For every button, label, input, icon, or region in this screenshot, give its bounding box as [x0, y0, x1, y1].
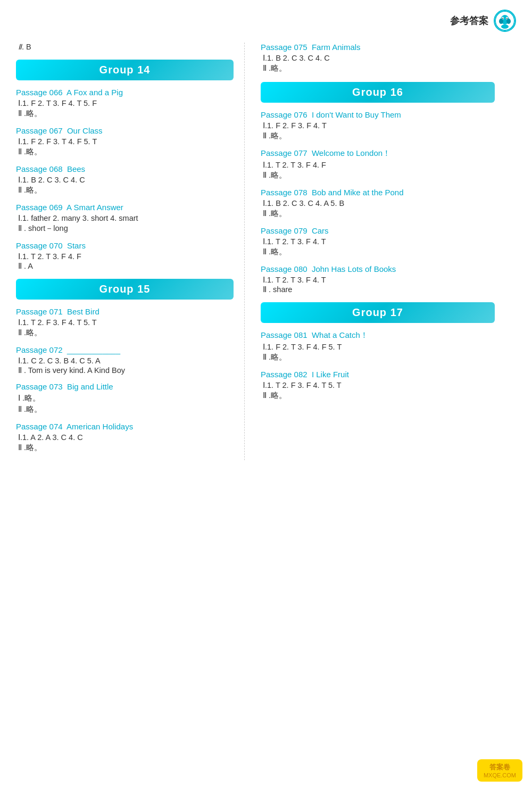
- passage-082-block: Passage 082 I Like Fruit Ⅰ.1. T 2. F 3. …: [261, 370, 495, 401]
- passage-068-title: Passage 068 Bees: [16, 164, 234, 173]
- passage-078-answer-2: Ⅱ .略。: [261, 209, 495, 219]
- passage-067-block: Passage 067 Our Class Ⅰ.1. F 2. F 3. T 4…: [16, 126, 234, 157]
- passage-073-block: Passage 073 Big and Little Ⅰ .略。 Ⅱ .略。: [16, 382, 234, 414]
- passage-079-answer-1: Ⅰ.1. T 2. T 3. F 4. T: [261, 237, 495, 246]
- passage-069-block: Passage 069 A Smart Answer Ⅰ.1. father 2…: [16, 203, 234, 234]
- watermark: 答案卷 MXQE.COM: [477, 759, 522, 782]
- passage-081-answer-2: Ⅱ .略。: [261, 352, 495, 362]
- passage-069-answer-1: Ⅰ.1. father 2. many 3. short 4. smart: [16, 214, 234, 222]
- header-title: 参考答案: [450, 14, 488, 27]
- passage-082-answer-1: Ⅰ.1. T 2. F 3. F 4. T 5. T: [261, 381, 495, 389]
- watermark-line2: MXQE.COM: [484, 772, 516, 778]
- svg-point-8: [506, 19, 511, 24]
- passage-071-block: Passage 071 Best Bird Ⅰ.1. T 2. F 3. F 4…: [16, 307, 234, 338]
- passage-072-answer-1: Ⅰ.1. C 2. C 3. B 4. C 5. A: [16, 356, 234, 365]
- passage-080-block: Passage 080 John Has Lots of Books Ⅰ.1. …: [261, 264, 495, 294]
- passage-081-title: Passage 081 What a Catch！: [261, 330, 495, 341]
- intro-answer: Ⅱ. B: [16, 43, 234, 51]
- svg-point-5: [506, 18, 508, 19]
- svg-point-7: [499, 19, 503, 24]
- passage-069-answer-2: Ⅱ . short－long: [16, 223, 234, 234]
- passage-070-answer-1: Ⅰ.1. T 2. T 3. F 4. F: [16, 252, 234, 261]
- passage-076-block: Passage 076 I don't Want to Buy Them Ⅰ.1…: [261, 110, 495, 141]
- passage-076-answer-2: Ⅱ .略。: [261, 131, 495, 141]
- passage-080-answer-2: Ⅱ . share: [261, 285, 495, 294]
- passage-075-title: Passage 075 Farm Animals: [261, 43, 495, 52]
- passage-070-answer-2: Ⅱ . A: [16, 262, 234, 270]
- watermark-line1: 答案卷: [484, 762, 516, 772]
- passage-078-title: Passage 078 Bob and Mike at the Pond: [261, 188, 495, 197]
- passage-068-answer-2: Ⅱ .略。: [16, 185, 234, 195]
- passage-074-title: Passage 074 American Holidays: [16, 422, 234, 431]
- passage-080-title: Passage 080 John Has Lots of Books: [261, 264, 495, 273]
- group-14-header: Group 14: [16, 60, 234, 80]
- passage-068-answer-1: Ⅰ.1. B 2. C 3. C 4. C: [16, 176, 234, 184]
- passage-082-title: Passage 082 I Like Fruit: [261, 370, 495, 379]
- passage-067-answer-1: Ⅰ.1. F 2. F 3. T 4. F 5. T: [16, 137, 234, 146]
- group-16-header: Group 16: [261, 82, 495, 103]
- page-header: 参考答案: [0, 0, 532, 37]
- passage-077-answer-1: Ⅰ.1. T 2. T 3. F 4. F: [261, 161, 495, 169]
- passage-068-block: Passage 068 Bees Ⅰ.1. B 2. C 3. C 4. C Ⅱ…: [16, 164, 234, 195]
- passage-076-title: Passage 076 I don't Want to Buy Them: [261, 110, 495, 119]
- passage-067-answer-2: Ⅱ .略。: [16, 147, 234, 157]
- passage-070-title: Passage 070 Stars: [16, 241, 234, 250]
- passage-078-block: Passage 078 Bob and Mike at the Pond Ⅰ.1…: [261, 188, 495, 219]
- passage-072-answer-2: Ⅱ . Tom is very kind. A Kind Boy: [16, 366, 234, 375]
- passage-077-block: Passage 077 Welcome to London！ Ⅰ.1. T 2.…: [261, 148, 495, 180]
- passage-074-answer-1: Ⅰ.1. A 2. A 3. C 4. C: [16, 433, 234, 442]
- passage-069-title: Passage 069 A Smart Answer: [16, 203, 234, 212]
- passage-071-title: Passage 071 Best Bird: [16, 307, 234, 316]
- passage-066-answer-1: Ⅰ.1. F 2. T 3. F 4. T 5. F: [16, 99, 234, 107]
- passage-071-answer-2: Ⅱ .略。: [16, 328, 234, 338]
- passage-075-block: Passage 075 Farm Animals Ⅰ.1. B 2. C 3. …: [261, 43, 495, 73]
- passage-067-title: Passage 067 Our Class: [16, 126, 234, 135]
- content-area: Ⅱ. B Group 14 Passage 066 A Fox and a Pi…: [0, 37, 532, 471]
- passage-079-title: Passage 079 Cars: [261, 226, 495, 235]
- passage-070-block: Passage 070 Stars Ⅰ.1. T 2. T 3. F 4. F …: [16, 241, 234, 270]
- left-column: Ⅱ. B Group 14 Passage 066 A Fox and a Pi…: [16, 43, 245, 460]
- intro-section: Ⅱ. B: [16, 43, 234, 51]
- passage-077-answer-2: Ⅱ .略。: [261, 170, 495, 180]
- passage-072-block: Passage 072 ____________ Ⅰ.1. C 2. C 3. …: [16, 345, 234, 375]
- passage-082-answer-2: Ⅱ .略。: [261, 391, 495, 401]
- header-icon: [494, 10, 516, 32]
- passage-072-title: Passage 072 ____________: [16, 345, 234, 354]
- passage-066-answer-2: Ⅱ .略。: [16, 109, 234, 119]
- passage-078-answer-1: Ⅰ.1. B 2. C 3. C 4. A 5. B: [261, 199, 495, 208]
- svg-point-4: [502, 18, 503, 19]
- right-column: Passage 075 Farm Animals Ⅰ.1. B 2. C 3. …: [245, 43, 495, 460]
- group-17-header: Group 17: [261, 302, 495, 323]
- passage-081-block: Passage 081 What a Catch！ Ⅰ.1. F 2. T 3.…: [261, 330, 495, 362]
- passage-066-block: Passage 066 A Fox and a Pig Ⅰ.1. F 2. T …: [16, 88, 234, 119]
- passage-075-answer-1: Ⅰ.1. B 2. C 3. C 4. C: [261, 54, 495, 62]
- passage-077-title: Passage 077 Welcome to London！: [261, 148, 495, 159]
- passage-081-answer-1: Ⅰ.1. F 2. T 3. F 4. F 5. T: [261, 343, 495, 351]
- passage-074-block: Passage 074 American Holidays Ⅰ.1. A 2. …: [16, 422, 234, 453]
- passage-071-answer-1: Ⅰ.1. T 2. F 3. F 4. T 5. T: [16, 318, 234, 327]
- passage-066-title: Passage 066 A Fox and a Pig: [16, 88, 234, 97]
- passage-079-block: Passage 079 Cars Ⅰ.1. T 2. T 3. F 4. T Ⅱ…: [261, 226, 495, 257]
- passage-076-answer-1: Ⅰ.1. F 2. F 3. F 4. T: [261, 121, 495, 130]
- passage-074-answer-2: Ⅱ .略。: [16, 443, 234, 453]
- group-15-header: Group 15: [16, 279, 234, 300]
- passage-080-answer-1: Ⅰ.1. T 2. T 3. F 4. T: [261, 276, 495, 284]
- passage-073-answer-2: Ⅱ .略。: [16, 404, 234, 414]
- passage-073-answer-1: Ⅰ .略。: [16, 393, 234, 403]
- passage-079-answer-2: Ⅱ .略。: [261, 247, 495, 257]
- svg-point-6: [501, 24, 509, 29]
- passage-073-title: Passage 073 Big and Little: [16, 382, 234, 391]
- passage-075-answer-2: Ⅱ .略。: [261, 63, 495, 73]
